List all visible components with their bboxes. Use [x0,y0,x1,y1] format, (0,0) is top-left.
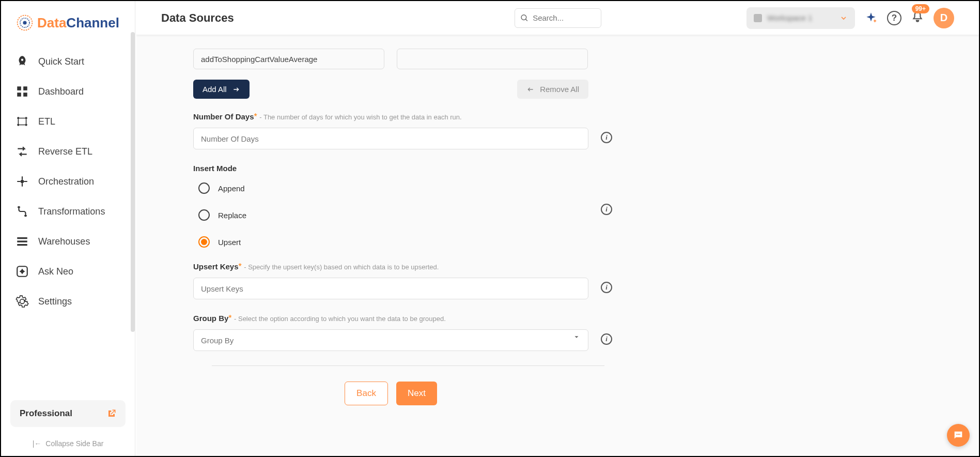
radio-circle [198,182,210,194]
field-hint: - Specify the upsert key(s) based on whi… [244,263,439,271]
arrow-left-icon [526,85,535,94]
sidebar-item-label: Orchestration [38,176,94,187]
sidebar-item-label: Warehouses [38,236,90,247]
collapse-icon: |← [33,439,42,448]
remove-all-button[interactable]: Remove All [517,80,588,99]
org-selector[interactable]: Workspace 1 [746,7,855,29]
svg-point-9 [17,124,19,126]
sidebar-item-settings[interactable]: Settings [1,286,135,316]
sidebar-item-ask-neo[interactable]: Ask Neo [1,256,135,286]
info-icon[interactable]: i [601,204,612,215]
field-label: Insert Mode [193,164,237,173]
sidebar-item-label: ETL [38,116,55,127]
sidebar-item-label: Dashboard [38,86,84,97]
org-name: Workspace 1 [767,13,834,22]
field-hint: - The number of days for which you wish … [259,113,461,121]
info-icon[interactable]: i [601,333,612,345]
page-title: Data Sources [161,11,234,25]
radio-option-replace[interactable]: Replace [198,209,588,221]
radio-circle-selected [198,236,210,248]
sidebar-item-orchestration[interactable]: Orchestration [1,166,135,196]
radio-label: Upsert [218,238,241,247]
help-icon[interactable]: ? [887,11,901,25]
search-box[interactable] [515,8,601,28]
sparkle-icon[interactable] [864,11,878,25]
field-hint: - Select the option according to which y… [234,315,446,323]
sidebar-scrollbar[interactable] [131,32,135,332]
etl-icon [15,115,29,128]
sidebar-item-transformations[interactable]: Transformations [1,196,135,226]
divider [212,365,604,366]
group-by-field: Group By* - Select the option according … [193,314,588,351]
svg-rect-3 [17,86,21,90]
search-input[interactable] [533,13,595,22]
transformations-icon [15,205,29,218]
plan-badge[interactable]: Professional [10,400,126,427]
info-icon[interactable]: i [601,132,612,143]
svg-point-8 [25,117,27,119]
sidebar-item-dashboard[interactable]: Dashboard [1,77,135,106]
selected-field-box[interactable] [397,49,588,69]
svg-point-16 [959,434,960,435]
radio-option-upsert[interactable]: Upsert [198,236,588,248]
reverse-etl-icon [15,145,29,158]
group-by-select[interactable] [193,329,588,351]
ask-neo-icon [15,265,29,278]
upsert-keys-input[interactable] [193,278,588,299]
svg-point-13 [521,14,526,20]
svg-point-2 [23,21,26,24]
external-link-icon [107,409,116,418]
number-of-days-input[interactable] [193,128,588,149]
warehouses-icon [15,235,29,248]
svg-rect-6 [23,93,27,97]
sidebar-item-label: Settings [38,296,72,307]
chat-icon [953,430,964,441]
avatar[interactable]: D [934,8,954,28]
notifications-button[interactable]: 99+ [911,10,924,26]
orchestration-icon [15,175,29,188]
add-all-button[interactable]: Add All [193,80,250,99]
logo-text-data: Data [37,15,66,31]
logo-icon [15,13,34,32]
field-label: Group By [193,314,228,323]
sidebar-item-label: Reverse ETL [38,146,92,157]
number-of-days-field: Number Of Days* - The number of days for… [193,112,588,149]
search-icon [520,13,529,23]
sidebar-item-label: Ask Neo [38,266,73,277]
insert-mode-field: Insert Mode Append Replace Upsert i [193,164,588,248]
back-button[interactable]: Back [345,382,388,405]
radio-label: Replace [218,211,246,220]
radio-label: Append [218,184,245,193]
svg-point-11 [21,180,24,184]
dashboard-icon [15,85,29,98]
field-label: Upsert Keys [193,262,239,271]
collapse-label: Collapse Side Bar [45,439,103,448]
radio-option-append[interactable]: Append [198,182,588,194]
upsert-keys-field: Upsert Keys* - Specify the upsert key(s)… [193,262,588,299]
sidebar-item-quick-start[interactable]: Quick Start [1,47,135,77]
logo[interactable]: DataChannel [1,1,135,42]
plan-label: Professional [20,408,72,419]
content-area: addToShoppingCartValueAverage Add All Re… [136,36,979,456]
notification-badge: 99+ [912,4,929,13]
field-label: Number Of Days [193,112,254,121]
chevron-down-icon [839,14,848,22]
info-icon[interactable]: i [601,282,612,293]
gear-icon [15,295,29,308]
arrow-right-icon [232,85,240,94]
svg-rect-4 [23,86,27,90]
sidebar-item-reverse-etl[interactable]: Reverse ETL [1,136,135,166]
chat-button[interactable] [947,424,970,447]
sidebar-item-label: Quick Start [38,56,84,67]
sidebar-item-label: Transformations [38,206,105,217]
svg-point-14 [956,434,957,435]
svg-point-15 [958,434,959,435]
available-field-box[interactable]: addToShoppingCartValueAverage [193,49,384,69]
sidebar-item-etl[interactable]: ETL [1,106,135,136]
sidebar-item-warehouses[interactable]: Warehouses [1,226,135,256]
svg-rect-5 [17,93,21,97]
next-button[interactable]: Next [396,382,437,405]
collapse-sidebar-button[interactable]: |← Collapse Side Bar [1,439,135,448]
svg-point-10 [25,124,27,126]
logo-text-channel: Channel [66,15,119,31]
